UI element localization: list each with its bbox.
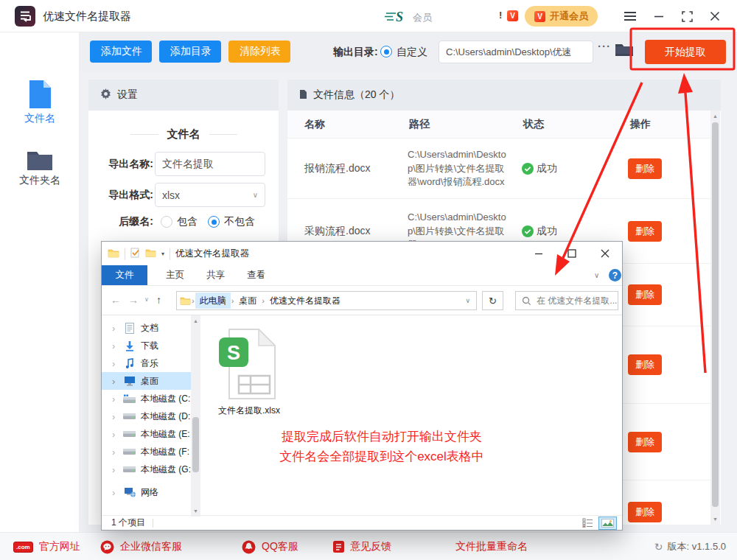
member-center-label[interactable]: 会员 (413, 11, 433, 24)
explorer-window-title: 优速文件名提取器 (175, 248, 249, 260)
download-icon (123, 340, 136, 351)
tree-item-disk-e[interactable]: › 本地磁盘 (E: (102, 425, 191, 443)
sidebar-item-foldername[interactable]: 文件夹名 (0, 149, 80, 187)
quick-access-folder-icon[interactable] (145, 248, 156, 259)
table-scrollbar[interactable]: ▲ ▼ (710, 111, 720, 525)
minimize-icon[interactable] (650, 7, 668, 25)
breadcrumb-caret-icon[interactable]: ∨ (465, 297, 470, 304)
suffix-include-radio[interactable] (161, 216, 172, 228)
qq-service-icon (242, 540, 256, 554)
xlsx-file-label[interactable]: 文件名提取.xlsx (200, 405, 298, 417)
breadcrumb-this-pc[interactable]: 此电脑 (195, 293, 231, 309)
sidebar-item-filename[interactable]: 文件名 (0, 80, 80, 125)
explorer-maximize-icon[interactable] (559, 245, 584, 262)
vip-icon: V (507, 10, 518, 21)
tab-home[interactable]: 主页 (155, 265, 195, 285)
search-placeholder: 在 优速文件名提取... (537, 295, 617, 307)
scroll-down-icon[interactable]: ▼ (191, 508, 200, 514)
refresh-button[interactable]: ↻ (482, 291, 503, 310)
tree-item-documents[interactable]: › 文档 (102, 319, 191, 337)
tab-file[interactable]: 文件 (102, 265, 147, 285)
batch-rename-link[interactable]: 文件批量重命名 (455, 533, 528, 560)
custom-output-radio[interactable] (380, 46, 392, 57)
explorer-window: ▾ 优速文件名提取器 文件 主页 共享 查看 ∨ ? ← → ∨ ↑ › 此电脑… (101, 241, 623, 531)
table-row: 报销流程.docx C:\Users\admin\Desktop\图片转换\文件… (287, 139, 710, 199)
qq-service-link[interactable]: QQ客服 (242, 533, 298, 560)
chevron-right-icon: › (112, 376, 118, 387)
open-vip-button[interactable]: V 开通会员 (525, 6, 598, 27)
delete-button[interactable]: 删除 (628, 502, 662, 522)
up-icon[interactable]: ↑ (156, 294, 161, 306)
explorer-minimize-icon[interactable] (526, 245, 551, 262)
breadcrumb-desktop[interactable]: 桌面 (234, 293, 261, 309)
scrollbar-thumb[interactable] (192, 417, 199, 472)
back-icon[interactable]: ← (111, 294, 121, 306)
add-file-button[interactable]: 添加文件 (90, 41, 152, 63)
feedback-link[interactable]: 意见反馈 (333, 533, 391, 560)
more-path-button[interactable]: ··· (598, 40, 611, 52)
thumbnail-view-icon[interactable] (598, 517, 617, 530)
col-status: 状态 (523, 118, 544, 131)
ribbon-collapse-icon[interactable]: ∨ (594, 271, 599, 279)
scroll-up-icon[interactable]: ▲ (191, 318, 200, 323)
tree-item-label: 网络 (141, 486, 158, 499)
help-icon[interactable]: ? (609, 269, 621, 281)
tab-view[interactable]: 查看 (236, 265, 276, 285)
drive-icon (123, 447, 136, 456)
menu-icon[interactable] (621, 7, 639, 25)
scroll-down-icon[interactable]: ▼ (710, 517, 720, 522)
divider (125, 248, 125, 260)
delete-button[interactable]: 删除 (628, 354, 662, 375)
app-logo-icon (15, 6, 35, 29)
forward-icon[interactable]: → (128, 294, 139, 306)
delete-button[interactable]: 删除 (628, 221, 662, 242)
official-site-link[interactable]: .com 官方网址 (13, 533, 80, 560)
tab-share[interactable]: 共享 (195, 265, 236, 285)
update-icon[interactable]: ↻ (654, 541, 663, 553)
details-view-icon[interactable] (582, 518, 593, 530)
start-extract-button[interactable]: 开始提取 (645, 40, 726, 64)
tree-item-music[interactable]: › 音乐 (102, 354, 191, 372)
explorer-ribbon: 文件 主页 共享 查看 ∨ ? (102, 266, 622, 286)
chevron-right-icon: › (112, 464, 118, 475)
quick-access-caret-icon[interactable]: ▾ (161, 251, 164, 257)
quick-access-check-icon[interactable] (130, 248, 140, 260)
open-folder-icon[interactable] (615, 42, 634, 60)
tree-item-desktop[interactable]: › 桌面 (102, 372, 191, 390)
explorer-titlebar: ▾ 优速文件名提取器 (102, 242, 622, 266)
breadcrumb[interactable]: › 此电脑 › 桌面 › 优速文件名提取器 ∨ (176, 291, 477, 310)
delete-button[interactable]: 删除 (628, 158, 662, 179)
tree-item-downloads[interactable]: › 下载 (102, 337, 191, 354)
close-icon[interactable] (706, 7, 724, 25)
network-icon (123, 487, 136, 497)
chevron-right-icon: › (112, 447, 118, 458)
scrollbar-thumb[interactable] (712, 122, 719, 507)
search-box[interactable]: 在 优速文件名提取... (515, 291, 618, 310)
tree-item-network[interactable]: › 网络 (102, 483, 191, 501)
delete-button[interactable]: 删除 (628, 284, 662, 305)
tree-item-disk-g[interactable]: › 本地磁盘 (G: (102, 461, 191, 478)
maximize-icon[interactable] (678, 7, 696, 25)
suffix-exclude-radio[interactable] (208, 216, 220, 228)
add-folder-button[interactable]: 添加目录 (159, 41, 221, 63)
tree-item-disk-d[interactable]: › 本地磁盘 (D: (102, 407, 191, 425)
scroll-up-icon[interactable]: ▲ (710, 113, 720, 119)
export-format-row: 导出格式: xlsx ∨ (88, 183, 279, 207)
tree-item-disk-f[interactable]: › 本地磁盘 (F: (102, 443, 191, 461)
clear-list-button[interactable]: 清除列表 (228, 41, 290, 63)
wechat-service-link[interactable]: 企业微信客服 (100, 533, 182, 560)
export-name-input[interactable]: 文件名提取 (155, 152, 265, 176)
status-text: 成功 (537, 225, 557, 238)
row-status: 成功 (522, 139, 557, 199)
tree-item-disk-c[interactable]: › 本地磁盘 (C: (102, 390, 191, 407)
output-path-input[interactable]: C:\Users\admin\Desktop\优速 (439, 41, 593, 63)
xlsx-file-icon[interactable]: S (218, 327, 277, 403)
export-format-select[interactable]: xlsx ∨ (155, 183, 265, 207)
svg-text:S: S (396, 10, 403, 24)
delete-button[interactable]: 删除 (628, 432, 662, 452)
history-caret-icon[interactable]: ∨ (144, 296, 149, 303)
breadcrumb-current[interactable]: 优速文件名提取器 (265, 293, 345, 309)
row-name: 报销流程.docx (304, 139, 404, 199)
divider (153, 519, 153, 528)
explorer-close-icon[interactable] (593, 245, 618, 262)
